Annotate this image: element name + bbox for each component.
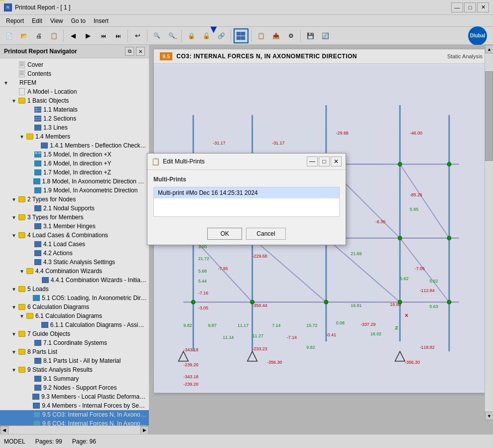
modal-close-button[interactable]: ✕	[331, 156, 342, 166]
modal-title-label: Edit Multi-Prints	[163, 158, 205, 165]
modal-title-group: 📋 Edit Multi-Prints	[151, 157, 205, 165]
modal-list-item[interactable]: Multi-print #Mo Dec 16 14:25:31 2024	[154, 187, 339, 198]
modal-minimize-button[interactable]: —	[307, 156, 318, 166]
modal-maximize-button[interactable]: □	[319, 156, 330, 166]
modal-titlebar: 📋 Edit Multi-Prints — □ ✕	[147, 153, 346, 170]
modal-icon: 📋	[151, 157, 160, 165]
modal-controls: — □ ✕	[307, 156, 342, 166]
modal-cancel-button[interactable]: Cancel	[246, 228, 285, 240]
modal-body: Multi-Prints Multi-print #Mo Dec 16 14:2…	[147, 170, 346, 223]
modal-ok-button[interactable]: OK	[207, 228, 242, 240]
modal-overlay: 📋 Edit Multi-Prints — □ ✕ Multi-Prints M…	[0, 0, 493, 448]
modal-footer: OK Cancel	[147, 223, 346, 245]
modal-section-title: Multi-Prints	[153, 176, 340, 183]
edit-multiprints-dialog: 📋 Edit Multi-Prints — □ ✕ Multi-Prints M…	[147, 153, 346, 245]
modal-list[interactable]: Multi-print #Mo Dec 16 14:25:31 2024	[153, 187, 340, 217]
